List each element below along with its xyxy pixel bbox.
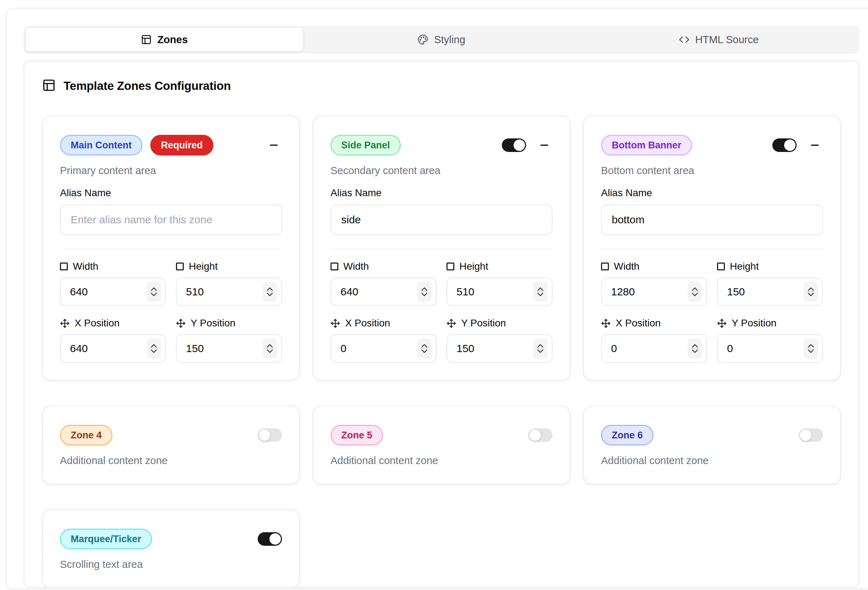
panel-header: Template Zones Configuration xyxy=(42,78,841,93)
zone-badge: Zone 5 xyxy=(331,425,383,446)
tab-zones[interactable]: Zones xyxy=(26,28,303,51)
move-icon xyxy=(176,319,186,328)
width-label: Width xyxy=(343,261,369,272)
square-icon xyxy=(717,263,725,271)
zone-enabled-toggle[interactable] xyxy=(799,428,823,442)
divider xyxy=(60,249,282,249)
collapse-zone-button[interactable] xyxy=(266,137,282,153)
zone-card-bottom-banner: Bottom Banner Bottom content area Alias … xyxy=(583,116,841,381)
zone-badge: Marquee/Ticker xyxy=(60,529,152,549)
height-field: Height xyxy=(176,261,282,306)
tab-label: Zones xyxy=(157,34,188,46)
height-field: Height xyxy=(446,261,552,306)
width-label-row: Width xyxy=(331,261,437,272)
height-label-row: Height xyxy=(176,261,282,272)
zone-enabled-toggle[interactable] xyxy=(528,428,552,442)
height-label-row: Height xyxy=(717,261,823,272)
zone-card-header: Bottom Banner xyxy=(601,135,823,156)
code-icon xyxy=(679,34,689,45)
zone-enabled-toggle[interactable] xyxy=(258,428,282,442)
number-stepper[interactable] xyxy=(533,338,548,359)
divider xyxy=(331,249,552,249)
zone-enabled-toggle[interactable] xyxy=(258,532,282,546)
palette-icon xyxy=(418,34,428,45)
zone-card-header: Marquee/Ticker xyxy=(60,529,282,549)
alias-name-label: Alias Name xyxy=(60,187,282,199)
number-stepper[interactable] xyxy=(688,282,702,302)
zone-card-header: Zone 5 xyxy=(331,425,552,446)
number-stepper[interactable] xyxy=(804,338,818,359)
toggle-knob xyxy=(259,430,270,441)
x-position-label-row: X Position xyxy=(60,318,166,329)
width-label: Width xyxy=(614,261,639,272)
x-position-field: X Position xyxy=(331,318,437,363)
width-field: Width xyxy=(60,261,166,306)
zone-badge: Main Content xyxy=(60,135,142,156)
height-label-row: Height xyxy=(446,261,552,272)
template-zones-panel: Template Zones Configuration Main Conten… xyxy=(24,60,859,588)
zones-grid: Main Content Required Primary content ar… xyxy=(42,116,841,588)
toggle-knob xyxy=(514,140,525,151)
required-badge: Required xyxy=(150,135,213,156)
collapse-zone-button[interactable] xyxy=(536,137,552,153)
toggle-knob xyxy=(800,430,811,441)
tab-bar: Zones Styling HTML Source xyxy=(24,26,859,53)
zone-enabled-toggle[interactable] xyxy=(772,138,797,152)
number-stepper[interactable] xyxy=(533,282,548,302)
zone-card-side-panel: Side Panel Secondary content area Alias … xyxy=(313,116,570,381)
y-position-label-row: Y Position xyxy=(446,318,552,329)
move-icon xyxy=(331,319,340,328)
y-position-label: Y Position xyxy=(461,318,506,329)
zone-card-zone-6: Zone 6 Additional content zone xyxy=(583,406,841,484)
zone-card-zone-5: Zone 5 Additional content zone xyxy=(313,406,570,484)
y-position-label: Y Position xyxy=(732,318,776,329)
tab-label: Styling xyxy=(434,34,465,46)
move-icon xyxy=(60,319,69,328)
zone-description: Secondary content area xyxy=(331,165,552,177)
x-position-label-row: X Position xyxy=(601,318,707,329)
zone-badge: Bottom Banner xyxy=(601,135,692,156)
alias-name-label: Alias Name xyxy=(601,187,823,199)
number-stepper[interactable] xyxy=(417,282,431,302)
alias-input[interactable] xyxy=(60,205,282,235)
y-position-label-row: Y Position xyxy=(717,318,823,329)
zone-description: Bottom content area xyxy=(601,165,823,177)
alias-input[interactable] xyxy=(601,205,823,235)
number-stepper[interactable] xyxy=(263,338,277,359)
zone-enabled-toggle[interactable] xyxy=(502,138,526,152)
dimension-fields: Width xyxy=(60,261,282,363)
x-position-field: X Position xyxy=(601,318,707,363)
y-position-label-row: Y Position xyxy=(176,318,282,329)
number-stepper[interactable] xyxy=(804,282,818,302)
zone-badge: Side Panel xyxy=(331,135,401,156)
zone-badge: Zone 6 xyxy=(601,425,654,446)
alias-input[interactable] xyxy=(331,205,552,235)
height-label: Height xyxy=(730,261,759,272)
square-icon xyxy=(60,263,68,271)
panels-layout-icon xyxy=(42,78,56,93)
tab-html-source[interactable]: HTML Source xyxy=(580,28,857,51)
number-stepper[interactable] xyxy=(688,338,702,359)
number-stepper[interactable] xyxy=(263,282,277,302)
square-icon xyxy=(331,263,338,271)
move-icon xyxy=(717,319,727,328)
width-field: Width xyxy=(601,261,707,306)
number-stepper[interactable] xyxy=(147,338,161,359)
number-stepper[interactable] xyxy=(147,282,161,302)
y-position-label: Y Position xyxy=(190,318,236,329)
tab-styling[interactable]: Styling xyxy=(303,28,580,51)
height-label: Height xyxy=(189,261,218,272)
zone-card-header: Zone 6 xyxy=(601,425,823,446)
zone-description: Additional content zone xyxy=(601,455,823,466)
y-position-field: Y Position xyxy=(717,318,823,363)
width-label: Width xyxy=(73,261,99,272)
square-icon xyxy=(176,263,184,271)
width-field: Width xyxy=(331,261,437,306)
collapse-zone-button[interactable] xyxy=(807,137,823,153)
toggle-knob xyxy=(269,533,281,545)
x-position-field: X Position xyxy=(60,318,166,363)
y-position-field: Y Position xyxy=(176,318,282,363)
move-icon xyxy=(446,319,456,328)
zone-card-header: Side Panel xyxy=(331,135,552,156)
number-stepper[interactable] xyxy=(417,338,431,359)
